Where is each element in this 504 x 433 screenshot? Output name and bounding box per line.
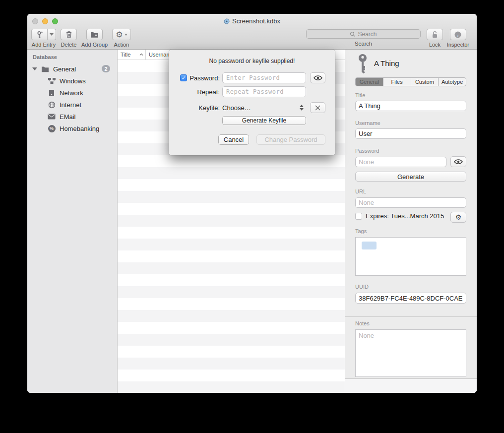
- sort-ascending-icon: [139, 53, 143, 56]
- sidebar: Database General 2 Windows Network: [27, 50, 118, 393]
- expires-gear-button[interactable]: ⚙: [450, 212, 466, 223]
- search-icon: [350, 31, 356, 37]
- username-field-label: Username: [355, 120, 380, 126]
- enter-password-input[interactable]: [222, 72, 306, 83]
- action-button[interactable]: ⚙ Action: [112, 29, 130, 48]
- window-title: Screenshot.kdbx: [27, 17, 477, 25]
- add-group-button[interactable]: Add Group: [81, 29, 108, 48]
- folder-plus-icon[interactable]: [86, 29, 103, 40]
- sidebar-item-network[interactable]: Network: [27, 87, 117, 98]
- gear-icon[interactable]: ⚙: [112, 29, 130, 40]
- notes-field-label: Notes: [355, 320, 370, 326]
- title-field[interactable]: A Thing: [355, 101, 466, 111]
- key-plus-icon[interactable]: [31, 29, 48, 40]
- eye-icon: [454, 159, 463, 165]
- folder-icon: [41, 66, 50, 72]
- tags-field-label: Tags: [355, 228, 367, 234]
- clear-keyfile-button[interactable]: [310, 102, 325, 113]
- uuid-field[interactable]: 38F629B7-FC4E-489C-8DCF-0CAE: [355, 293, 466, 304]
- add-entry-dropdown[interactable]: [48, 29, 56, 40]
- percent-icon: %: [47, 125, 56, 132]
- search-area: Search Search: [306, 29, 421, 47]
- reveal-password-button[interactable]: [310, 72, 325, 83]
- key-icon: [356, 54, 369, 73]
- uuid-field-label: UUID: [355, 284, 369, 290]
- window-chrome: Screenshot.kdbx Add Entry Delete: [27, 14, 477, 50]
- keyfile-popup[interactable]: Choose…: [222, 102, 251, 113]
- expires-label: Expires: Tues...March 2015: [366, 212, 444, 220]
- tab-autotype[interactable]: Autotype: [439, 78, 466, 86]
- info-icon[interactable]: i: [450, 29, 466, 40]
- column-header-title[interactable]: Title: [118, 50, 146, 60]
- lock-open-icon[interactable]: [427, 29, 443, 40]
- inspector-divider: [345, 316, 477, 317]
- windows-network-icon: [47, 77, 56, 84]
- search-input[interactable]: Search: [306, 29, 421, 39]
- expires-checkbox[interactable]: [355, 213, 362, 220]
- url-field[interactable]: None: [355, 197, 466, 208]
- url-field-label: URL: [355, 188, 366, 194]
- password-field-label: Password: [355, 148, 379, 154]
- sidebar-item-homebanking[interactable]: % Homebanking: [27, 123, 117, 134]
- toolbar-left-group: Add Entry Delete Add Group ⚙ Action: [31, 29, 131, 48]
- cancel-button[interactable]: Cancel: [218, 134, 249, 145]
- entry-title: A Thing: [374, 59, 399, 67]
- tag-pill[interactable]: [362, 242, 377, 249]
- trash-icon[interactable]: [61, 29, 77, 40]
- group-count-badge: 2: [102, 65, 110, 72]
- keyfile-stepper-icon[interactable]: [300, 102, 304, 113]
- sidebar-item-general[interactable]: General 2: [27, 63, 117, 74]
- close-x-icon: [315, 105, 320, 111]
- delete-button[interactable]: Delete: [61, 29, 77, 48]
- tags-field[interactable]: [355, 237, 466, 276]
- tab-general[interactable]: General: [356, 78, 383, 86]
- globe-icon: [47, 101, 56, 109]
- keyfile-label-group: Keyfile:: [169, 102, 220, 113]
- tab-custom[interactable]: Custom: [411, 78, 439, 86]
- inspector-footer: [345, 378, 477, 393]
- inspector-button[interactable]: i Inspector: [447, 29, 469, 48]
- keyfile-label: Keyfile:: [198, 104, 220, 112]
- password-checkbox[interactable]: ✓: [180, 74, 187, 81]
- envelope-icon: [47, 114, 56, 120]
- password-field[interactable]: None: [355, 157, 446, 167]
- repeat-password-input[interactable]: [222, 86, 306, 97]
- eye-icon: [314, 75, 322, 81]
- add-entry-button[interactable]: Add Entry: [31, 29, 56, 48]
- sidebar-section-header: Database: [33, 54, 57, 60]
- generate-keyfile-button[interactable]: Generate Keyfile: [222, 116, 306, 125]
- notes-field[interactable]: None: [355, 329, 466, 377]
- password-label-group: ✓ Password:: [169, 72, 220, 83]
- inspector-tabs: General Files Custom Autotype: [355, 77, 466, 86]
- repeat-label: Repeat:: [197, 88, 220, 96]
- server-icon: [47, 89, 56, 97]
- username-field[interactable]: User: [355, 128, 466, 139]
- title-field-label: Title: [355, 92, 365, 98]
- sidebar-item-windows[interactable]: Windows: [27, 75, 117, 86]
- change-password-sheet: No password or keyfile supplied! ✓ Passw…: [169, 50, 335, 155]
- repeat-label-group: Repeat:: [169, 86, 220, 97]
- chevron-down-icon: [50, 33, 54, 36]
- chevron-down-icon: [125, 34, 127, 36]
- sidebar-item-email[interactable]: EMail: [27, 111, 117, 122]
- disclosure-triangle-icon[interactable]: [32, 67, 37, 70]
- lock-button[interactable]: Lock: [427, 29, 443, 48]
- generate-password-button[interactable]: Generate: [355, 172, 466, 182]
- sheet-warning-message: No password or keyfile supplied!: [169, 58, 335, 64]
- app-window: Screenshot.kdbx Add Entry Delete: [27, 14, 477, 393]
- document-icon: [224, 18, 230, 24]
- sidebar-item-internet[interactable]: Internet: [27, 99, 117, 110]
- password-label: Password:: [189, 74, 220, 82]
- change-password-button[interactable]: Change Password: [256, 134, 325, 145]
- inspector-panel: A Thing General Files Custom Autotype Ti…: [345, 50, 477, 393]
- expires-row: Expires: Tues...March 2015: [355, 212, 444, 220]
- show-password-button[interactable]: [450, 156, 466, 167]
- gear-icon: ⚙: [455, 214, 462, 221]
- tab-files[interactable]: Files: [383, 78, 411, 86]
